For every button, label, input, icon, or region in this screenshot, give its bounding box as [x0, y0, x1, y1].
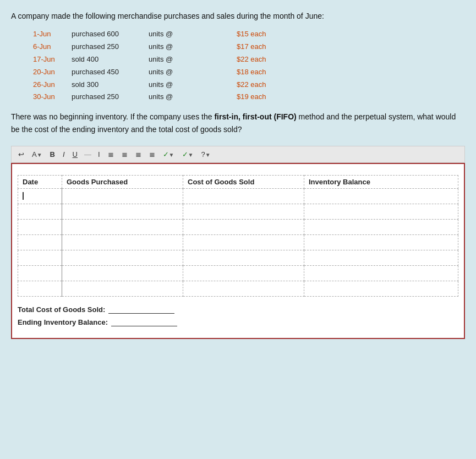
- cell-inv-3[interactable]: [304, 220, 458, 235]
- cell-cogs-3[interactable]: [183, 220, 304, 235]
- cell-cogs-5[interactable]: [183, 250, 304, 266]
- date-5: 26-Jun: [33, 79, 72, 91]
- cell-inv-1[interactable]: [304, 189, 458, 204]
- table-row: [18, 235, 458, 250]
- purchases-table: 1-Jun purchased 600 units @ $15 each 6-J…: [33, 29, 465, 103]
- cogs-total-label: Total Cost of Goods Sold:: [18, 305, 105, 314]
- cell-inv-2[interactable]: [304, 204, 458, 220]
- answer-table: Date Goods Purchased Cost of Goods Sold …: [18, 175, 458, 297]
- question-container: A company made the following merchandise…: [11, 10, 465, 136]
- ending-inv-label: Ending Inventory Balance:: [18, 318, 108, 326]
- cell-goods-1[interactable]: [62, 189, 183, 204]
- col-header-inv: Inventory Balance: [304, 176, 458, 189]
- units-5: units @: [149, 79, 237, 91]
- separator-1: —: [84, 150, 91, 159]
- font-button[interactable]: A▼: [30, 149, 45, 160]
- description-text: There was no beginning inventory. If the…: [11, 111, 465, 136]
- table-row: [18, 189, 458, 204]
- cell-date-6[interactable]: [18, 266, 62, 281]
- color2-button[interactable]: ✓▼: [180, 149, 196, 160]
- cell-date-2[interactable]: [18, 204, 62, 220]
- underline-button[interactable]: U: [70, 149, 80, 160]
- action-6: purchased 250: [72, 91, 149, 103]
- editor-toolbar: ↩ A▼ B I U — I ≣ ≣ ≣ ≣ ✓▼ ✓▼ ?▼: [11, 146, 465, 163]
- undo-button[interactable]: ↩: [16, 149, 26, 160]
- units-4: units @: [149, 67, 237, 78]
- ending-inv-value[interactable]: [111, 319, 177, 326]
- cell-goods-3[interactable]: [62, 220, 183, 235]
- ending-inv-line: Ending Inventory Balance:: [18, 318, 458, 326]
- cell-goods-7[interactable]: [62, 281, 183, 297]
- table-row: [18, 220, 458, 235]
- units-3: units @: [149, 54, 237, 65]
- cell-goods-2[interactable]: [62, 204, 183, 220]
- price-5: $22 each: [237, 79, 292, 91]
- price-2: $17 each: [237, 41, 292, 53]
- list-unordered-button[interactable]: ≣: [133, 149, 144, 160]
- cell-inv-4[interactable]: [304, 235, 458, 250]
- editor-area[interactable]: Date Goods Purchased Cost of Goods Sold …: [11, 163, 465, 339]
- price-6: $19 each: [237, 91, 292, 103]
- cell-date-5[interactable]: [18, 250, 62, 266]
- action-4: purchased 450: [72, 67, 149, 78]
- fifo-bold: first-in, first-out (FIFO): [214, 112, 296, 121]
- cogs-total-value[interactable]: [108, 306, 174, 314]
- action-5: sold 300: [72, 79, 149, 91]
- cell-inv-5[interactable]: [304, 250, 458, 266]
- cell-cogs-6[interactable]: [183, 266, 304, 281]
- indent-button[interactable]: I: [96, 149, 102, 160]
- price-1: $15 each: [237, 29, 292, 40]
- date-6: 30-Jun: [33, 91, 72, 103]
- align-left-button[interactable]: ≣: [106, 149, 116, 160]
- cell-goods-5[interactable]: [62, 250, 183, 266]
- italic-button[interactable]: I: [61, 149, 67, 160]
- action-2: purchased 250: [72, 41, 149, 53]
- date-2: 6-Jun: [33, 41, 72, 53]
- price-4: $18 each: [237, 67, 292, 78]
- cell-date-4[interactable]: [18, 235, 62, 250]
- table-row: [18, 266, 458, 281]
- table-row: [18, 204, 458, 220]
- align-center-button[interactable]: ≣: [119, 149, 130, 160]
- cell-date-7[interactable]: [18, 281, 62, 297]
- cell-goods-4[interactable]: [62, 235, 183, 250]
- units-1: units @: [149, 29, 237, 40]
- col-header-date: Date: [18, 176, 62, 189]
- list-ordered-button[interactable]: ≣: [147, 149, 157, 160]
- more-button[interactable]: ?▼: [199, 149, 212, 160]
- action-3: sold 400: [72, 54, 149, 65]
- cell-inv-7[interactable]: [304, 281, 458, 297]
- cell-goods-6[interactable]: [62, 266, 183, 281]
- cell-cogs-7[interactable]: [183, 281, 304, 297]
- totals-section: Total Cost of Goods Sold: Ending Invento…: [18, 305, 458, 326]
- date-3: 17-Jun: [33, 54, 72, 65]
- cogs-total-line: Total Cost of Goods Sold:: [18, 305, 458, 314]
- date-1: 1-Jun: [33, 29, 72, 40]
- action-1: purchased 600: [72, 29, 149, 40]
- table-row: [18, 250, 458, 266]
- cell-cogs-1[interactable]: [183, 189, 304, 204]
- col-header-goods: Goods Purchased: [62, 176, 183, 189]
- color1-button[interactable]: ✓▼: [161, 149, 177, 160]
- cell-date-1[interactable]: [18, 189, 62, 204]
- price-3: $22 each: [237, 54, 292, 65]
- date-4: 20-Jun: [33, 67, 72, 78]
- cell-inv-6[interactable]: [304, 266, 458, 281]
- cell-cogs-2[interactable]: [183, 204, 304, 220]
- cell-cogs-4[interactable]: [183, 235, 304, 250]
- description-intro: There was no beginning inventory. If the…: [11, 112, 214, 121]
- intro-text: A company made the following merchandise…: [11, 10, 465, 22]
- units-2: units @: [149, 41, 237, 53]
- units-6: units @: [149, 91, 237, 103]
- table-row: [18, 281, 458, 297]
- col-header-cogs: Cost of Goods Sold: [183, 176, 304, 189]
- bold-button[interactable]: B: [48, 149, 57, 160]
- cell-date-3[interactable]: [18, 220, 62, 235]
